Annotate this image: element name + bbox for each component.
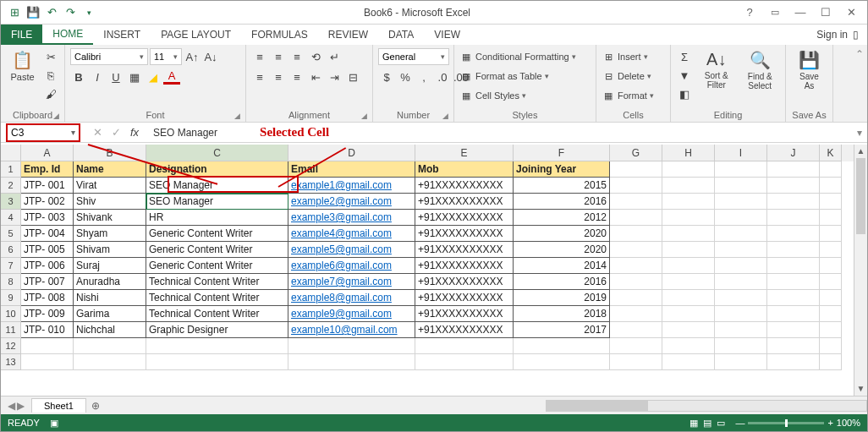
cell[interactable]: Shyam [74,226,146,242]
select-all-triangle[interactable] [1,145,21,161]
align-center-icon[interactable]: ≡ [270,68,287,85]
cell[interactable]: JTP- 005 [21,242,74,258]
cell[interactable]: 2014 [514,258,610,274]
cell[interactable] [662,178,715,194]
row-header[interactable]: 13 [1,354,21,370]
cell[interactable] [74,354,146,370]
cell[interactable] [610,290,662,306]
page-break-icon[interactable]: ▭ [717,418,725,429]
number-format-combo[interactable]: General▾ [378,48,449,65]
cell[interactable]: Shiv [74,194,146,210]
cell[interactable] [715,354,767,370]
cell[interactable]: example6@gmail.com [288,258,415,274]
cell[interactable] [715,290,767,306]
signin-link[interactable]: Sign in▯ [808,25,867,45]
cell[interactable] [767,306,820,322]
cell[interactable]: example7@gmail.com [288,274,415,290]
collapse-ribbon-icon[interactable]: ⌃ [855,48,864,60]
cell[interactable]: Mob [415,161,514,178]
qat-customize-icon[interactable]: ▾ [80,4,97,21]
tab-formulas[interactable]: FORMULAS [241,25,318,45]
next-sheet-icon[interactable]: ▶ [17,400,25,412]
cell[interactable] [514,338,610,354]
cell[interactable]: example8@gmail.com [288,290,415,306]
column-header[interactable]: H [662,145,715,161]
cell[interactable] [610,258,662,274]
cell[interactable]: Virat [74,178,146,194]
cell[interactable]: Generic Content Writer [146,226,288,242]
cell[interactable]: 2020 [514,242,610,258]
close-icon[interactable]: ✕ [838,4,864,21]
paste-button[interactable]: 📋 Paste [6,48,39,84]
cell[interactable] [820,242,842,258]
row-header[interactable]: 5 [1,226,21,242]
cell[interactable] [820,161,842,178]
fill-icon[interactable]: ▼ [676,67,693,84]
delete-cells-button[interactable]: ⊟Delete▾ [602,68,654,85]
prev-sheet-icon[interactable]: ◀ [8,400,15,412]
cell[interactable]: JTP- 009 [21,306,74,322]
cell[interactable]: example10@gmail.com [288,322,415,338]
cell[interactable]: example3@gmail.com [288,210,415,226]
cell[interactable]: Anuradha [74,274,146,290]
tab-home[interactable]: HOME [42,25,93,45]
cell[interactable] [767,274,820,290]
cell[interactable]: JTP- 003 [21,210,74,226]
cell[interactable] [820,322,842,338]
minimize-icon[interactable]: — [788,4,813,21]
cell[interactable]: 2015 [514,178,610,194]
row-header[interactable]: 11 [1,322,21,338]
cell[interactable] [415,338,514,354]
cell[interactable] [610,306,662,322]
tab-file[interactable]: FILE [1,25,42,45]
cell[interactable] [662,258,715,274]
percent-icon[interactable]: % [397,68,414,85]
find-select-button[interactable]: 🔍 Find & Select [740,48,781,92]
cell[interactable] [820,290,842,306]
scroll-down-icon[interactable]: ▼ [854,382,867,396]
cell[interactable] [767,178,820,194]
cell[interactable] [662,161,715,178]
row-header[interactable]: 6 [1,242,21,258]
cell[interactable]: example9@gmail.com [288,306,415,322]
cell[interactable] [820,354,842,370]
sort-filter-button[interactable]: A↓ Sort & Filter [696,48,737,91]
cell[interactable] [767,161,820,178]
cell[interactable] [146,338,288,354]
launcher-icon[interactable]: ◢ [234,112,240,120]
cell[interactable] [767,290,820,306]
grow-font-icon[interactable]: A↑ [184,48,201,65]
increase-decimal-icon[interactable]: .0 [434,68,451,85]
help-icon[interactable]: ? [737,4,762,21]
cell[interactable] [288,338,415,354]
cell[interactable] [820,258,842,274]
format-cells-button[interactable]: ▦Format▾ [602,87,654,104]
cell[interactable] [662,354,715,370]
column-header[interactable]: J [767,145,820,161]
font-color-icon[interactable]: A [163,70,180,85]
copy-icon[interactable]: ⎘ [42,67,59,84]
cell[interactable] [715,194,767,210]
cell[interactable]: Joining Year [514,161,610,178]
cell[interactable] [715,242,767,258]
cell[interactable]: Nishi [74,290,146,306]
cell[interactable]: +91XXXXXXXXXX [415,306,514,322]
zoom-out-icon[interactable]: — [735,418,744,428]
tab-pagelayout[interactable]: PAGE LAYOUT [151,25,241,45]
row-header[interactable]: 3 [1,194,21,210]
zoom-in-icon[interactable]: + [827,418,832,428]
cell[interactable]: +91XXXXXXXXXX [415,178,514,194]
conditional-formatting-button[interactable]: ▦Conditional Formatting▾ [459,48,576,65]
cell[interactable]: Technical Content Writer [146,306,288,322]
cell[interactable]: +91XXXXXXXXXX [415,226,514,242]
italic-icon[interactable]: I [89,68,106,85]
cell[interactable]: 2016 [514,274,610,290]
tab-data[interactable]: DATA [378,25,424,45]
cell[interactable]: 2020 [514,226,610,242]
scroll-thumb[interactable] [856,158,865,234]
cell[interactable] [820,338,842,354]
orientation-icon[interactable]: ⟲ [307,48,324,65]
cell[interactable]: SEO Manager [146,194,288,210]
column-header[interactable]: C [146,145,288,161]
cell[interactable] [610,322,662,338]
